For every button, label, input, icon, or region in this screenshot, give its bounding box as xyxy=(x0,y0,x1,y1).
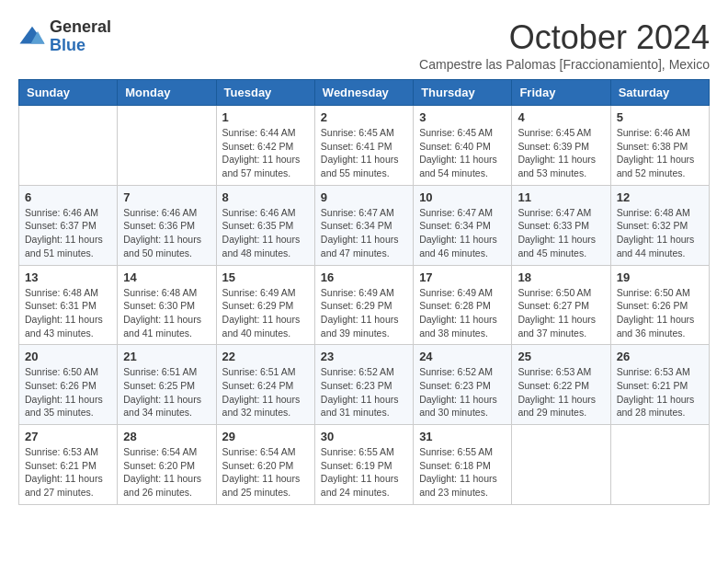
calendar-cell: 4Sunrise: 6:45 AM Sunset: 6:39 PM Daylig… xyxy=(512,106,610,186)
day-info: Sunrise: 6:49 AM Sunset: 6:29 PM Dayligh… xyxy=(222,286,309,340)
calendar-cell: 22Sunrise: 6:51 AM Sunset: 6:24 PM Dayli… xyxy=(216,345,314,425)
day-number: 5 xyxy=(617,110,703,124)
location-title: Campestre las Palomas [Fraccionamiento],… xyxy=(419,57,710,72)
calendar-table: SundayMondayTuesdayWednesdayThursdayFrid… xyxy=(18,79,710,505)
day-header-wednesday: Wednesday xyxy=(314,80,413,106)
calendar-header: SundayMondayTuesdayWednesdayThursdayFrid… xyxy=(19,80,710,106)
day-header-sunday: Sunday xyxy=(19,80,118,106)
calendar-cell: 14Sunrise: 6:48 AM Sunset: 6:30 PM Dayli… xyxy=(118,265,216,345)
week-row-1: 1Sunrise: 6:44 AM Sunset: 6:42 PM Daylig… xyxy=(19,106,710,186)
day-number: 20 xyxy=(25,350,111,363)
day-info: Sunrise: 6:46 AM Sunset: 6:36 PM Dayligh… xyxy=(123,206,210,260)
calendar-cell: 11Sunrise: 6:47 AM Sunset: 6:33 PM Dayli… xyxy=(512,185,610,265)
day-number: 12 xyxy=(617,190,703,204)
logo-icon xyxy=(18,23,46,51)
day-number: 7 xyxy=(123,190,210,204)
calendar-cell: 18Sunrise: 6:50 AM Sunset: 6:27 PM Dayli… xyxy=(512,265,610,345)
calendar-cell: 27Sunrise: 6:53 AM Sunset: 6:21 PM Dayli… xyxy=(19,425,118,505)
day-number: 19 xyxy=(617,270,703,284)
calendar-body: 1Sunrise: 6:44 AM Sunset: 6:42 PM Daylig… xyxy=(19,106,710,505)
calendar-cell: 21Sunrise: 6:51 AM Sunset: 6:25 PM Dayli… xyxy=(118,345,216,425)
calendar-cell: 15Sunrise: 6:49 AM Sunset: 6:29 PM Dayli… xyxy=(216,265,314,345)
day-info: Sunrise: 6:47 AM Sunset: 6:33 PM Dayligh… xyxy=(518,206,604,260)
calendar-cell: 16Sunrise: 6:49 AM Sunset: 6:29 PM Dayli… xyxy=(314,265,413,345)
day-info: Sunrise: 6:49 AM Sunset: 6:28 PM Dayligh… xyxy=(419,286,506,340)
day-info: Sunrise: 6:55 AM Sunset: 6:19 PM Dayligh… xyxy=(321,445,407,500)
day-number: 23 xyxy=(321,350,407,363)
calendar-cell: 17Sunrise: 6:49 AM Sunset: 6:28 PM Dayli… xyxy=(414,265,512,345)
day-info: Sunrise: 6:54 AM Sunset: 6:20 PM Dayligh… xyxy=(222,445,309,500)
day-number: 2 xyxy=(321,110,407,124)
day-header-monday: Monday xyxy=(118,80,216,106)
day-number: 16 xyxy=(321,270,407,284)
calendar-cell: 1Sunrise: 6:44 AM Sunset: 6:42 PM Daylig… xyxy=(216,106,314,186)
day-number: 28 xyxy=(123,430,210,443)
header-row: SundayMondayTuesdayWednesdayThursdayFrid… xyxy=(19,80,710,106)
day-number: 15 xyxy=(222,270,309,284)
day-number: 9 xyxy=(321,190,407,204)
calendar-cell: 29Sunrise: 6:54 AM Sunset: 6:20 PM Dayli… xyxy=(216,425,314,505)
day-info: Sunrise: 6:53 AM Sunset: 6:21 PM Dayligh… xyxy=(617,365,703,419)
calendar-cell: 9Sunrise: 6:47 AM Sunset: 6:34 PM Daylig… xyxy=(314,185,413,265)
calendar-cell xyxy=(19,106,118,186)
day-number: 10 xyxy=(419,190,506,204)
calendar-cell: 2Sunrise: 6:45 AM Sunset: 6:41 PM Daylig… xyxy=(314,106,413,186)
calendar-cell: 20Sunrise: 6:50 AM Sunset: 6:26 PM Dayli… xyxy=(19,345,118,425)
day-number: 6 xyxy=(25,190,111,204)
day-info: Sunrise: 6:52 AM Sunset: 6:23 PM Dayligh… xyxy=(321,365,407,419)
day-number: 22 xyxy=(222,350,309,363)
week-row-2: 6Sunrise: 6:46 AM Sunset: 6:37 PM Daylig… xyxy=(19,185,710,265)
day-number: 3 xyxy=(419,110,506,124)
day-header-saturday: Saturday xyxy=(610,80,709,106)
day-info: Sunrise: 6:53 AM Sunset: 6:22 PM Dayligh… xyxy=(518,365,604,419)
calendar-cell: 30Sunrise: 6:55 AM Sunset: 6:19 PM Dayli… xyxy=(314,425,413,505)
calendar-cell: 23Sunrise: 6:52 AM Sunset: 6:23 PM Dayli… xyxy=(314,345,413,425)
day-info: Sunrise: 6:46 AM Sunset: 6:35 PM Dayligh… xyxy=(222,206,309,260)
calendar-cell: 8Sunrise: 6:46 AM Sunset: 6:35 PM Daylig… xyxy=(216,185,314,265)
week-row-5: 27Sunrise: 6:53 AM Sunset: 6:21 PM Dayli… xyxy=(19,425,710,505)
logo-blue: Blue xyxy=(50,37,111,55)
calendar-cell: 28Sunrise: 6:54 AM Sunset: 6:20 PM Dayli… xyxy=(118,425,216,505)
calendar-cell: 31Sunrise: 6:55 AM Sunset: 6:18 PM Dayli… xyxy=(414,425,512,505)
day-number: 30 xyxy=(321,430,407,443)
day-number: 24 xyxy=(419,350,506,363)
day-number: 14 xyxy=(123,270,210,284)
week-row-3: 13Sunrise: 6:48 AM Sunset: 6:31 PM Dayli… xyxy=(19,265,710,345)
calendar-cell: 24Sunrise: 6:52 AM Sunset: 6:23 PM Dayli… xyxy=(414,345,512,425)
day-number: 21 xyxy=(123,350,210,363)
calendar-cell: 7Sunrise: 6:46 AM Sunset: 6:36 PM Daylig… xyxy=(118,185,216,265)
day-info: Sunrise: 6:50 AM Sunset: 6:26 PM Dayligh… xyxy=(617,286,703,340)
day-info: Sunrise: 6:53 AM Sunset: 6:21 PM Dayligh… xyxy=(25,445,111,500)
day-number: 8 xyxy=(222,190,309,204)
page-header: General Blue October 2024 Campestre las … xyxy=(18,18,710,72)
logo: General Blue xyxy=(18,18,111,55)
day-number: 4 xyxy=(518,110,604,124)
day-info: Sunrise: 6:48 AM Sunset: 6:31 PM Dayligh… xyxy=(25,286,111,340)
calendar-cell: 25Sunrise: 6:53 AM Sunset: 6:22 PM Dayli… xyxy=(512,345,610,425)
day-info: Sunrise: 6:47 AM Sunset: 6:34 PM Dayligh… xyxy=(419,206,506,260)
day-info: Sunrise: 6:45 AM Sunset: 6:40 PM Dayligh… xyxy=(419,126,506,180)
calendar-cell xyxy=(118,106,216,186)
day-info: Sunrise: 6:47 AM Sunset: 6:34 PM Dayligh… xyxy=(321,206,407,260)
day-number: 29 xyxy=(222,430,309,443)
calendar-cell xyxy=(610,425,709,505)
day-info: Sunrise: 6:45 AM Sunset: 6:41 PM Dayligh… xyxy=(321,126,407,180)
day-number: 25 xyxy=(518,350,604,363)
day-info: Sunrise: 6:50 AM Sunset: 6:27 PM Dayligh… xyxy=(518,286,604,340)
day-info: Sunrise: 6:52 AM Sunset: 6:23 PM Dayligh… xyxy=(419,365,506,419)
day-info: Sunrise: 6:46 AM Sunset: 6:38 PM Dayligh… xyxy=(617,126,703,180)
day-header-tuesday: Tuesday xyxy=(216,80,314,106)
calendar-cell xyxy=(512,425,610,505)
day-info: Sunrise: 6:48 AM Sunset: 6:30 PM Dayligh… xyxy=(123,286,210,340)
day-info: Sunrise: 6:45 AM Sunset: 6:39 PM Dayligh… xyxy=(518,126,604,180)
day-info: Sunrise: 6:46 AM Sunset: 6:37 PM Dayligh… xyxy=(25,206,111,260)
day-number: 18 xyxy=(518,270,604,284)
logo-text: General Blue xyxy=(50,18,111,55)
calendar-cell: 19Sunrise: 6:50 AM Sunset: 6:26 PM Dayli… xyxy=(610,265,709,345)
day-number: 17 xyxy=(419,270,506,284)
title-area: October 2024 Campestre las Palomas [Frac… xyxy=(419,18,710,72)
day-number: 13 xyxy=(25,270,111,284)
calendar-cell: 3Sunrise: 6:45 AM Sunset: 6:40 PM Daylig… xyxy=(414,106,512,186)
logo-general: General xyxy=(50,18,111,37)
day-number: 27 xyxy=(25,430,111,443)
